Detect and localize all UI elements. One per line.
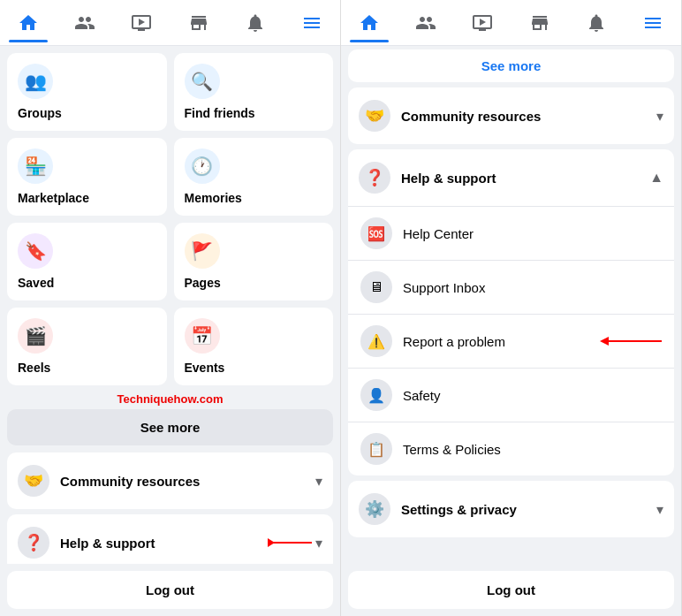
report-problem-icon: ⚠️ xyxy=(360,325,392,357)
help-center-item[interactable]: 🆘 Help Center xyxy=(348,206,674,260)
saved-icon: 🔖 xyxy=(18,233,53,269)
right-community-label: Community resources xyxy=(401,109,656,124)
marketplace-label: Marketplace xyxy=(18,191,89,205)
groups-icon: 👥 xyxy=(18,64,53,99)
help-icon: ❓ xyxy=(18,527,49,559)
terms-icon: 📋 xyxy=(360,433,392,465)
grid-item-marketplace[interactable]: 🏪 Marketplace xyxy=(7,138,167,216)
community-label: Community resources xyxy=(60,474,315,489)
log-out-button[interactable]: Log out xyxy=(7,571,333,609)
report-problem-label: Report a problem xyxy=(403,334,593,349)
right-settings-row[interactable]: ⚙️ Settings & privacy ▾ xyxy=(348,481,674,537)
safety-item[interactable]: 👤 Safety xyxy=(348,368,674,422)
right-help-label: Help & support xyxy=(401,171,649,186)
svg-marker-1 xyxy=(600,337,609,346)
pages-icon: 🚩 xyxy=(185,233,220,269)
reels-icon: 🎬 xyxy=(18,318,53,354)
grid-item-events[interactable]: 📅 Events xyxy=(174,308,334,385)
safety-label: Safety xyxy=(403,388,662,403)
help-center-icon: 🆘 xyxy=(360,217,392,249)
grid-item-memories[interactable]: 🕐 Memories xyxy=(174,138,334,216)
log-out-section: Log out xyxy=(0,564,340,616)
memories-icon: 🕐 xyxy=(185,148,220,184)
memories-label: Memories xyxy=(185,191,242,205)
left-panel-content: 👥 Groups 🔍 Find friends 🏪 Marketplace 🕐 … xyxy=(0,46,340,564)
right-nav-people[interactable] xyxy=(406,4,445,42)
grid-item-groups[interactable]: 👥 Groups xyxy=(7,53,167,131)
right-nav-store[interactable] xyxy=(520,4,559,42)
right-settings-label: Settings & privacy xyxy=(401,502,656,517)
right-help-icon: ❓ xyxy=(359,162,390,194)
terms-item[interactable]: 📋 Terms & Policies xyxy=(348,422,674,475)
help-arrow-annotation xyxy=(268,542,312,544)
find-friends-label: Find friends xyxy=(185,106,255,120)
right-panel-content: See more 🤝 Community resources ▾ ❓ Help … xyxy=(341,46,681,564)
nav-store[interactable] xyxy=(179,4,218,42)
right-community-arrow: ▾ xyxy=(656,108,663,125)
help-chevron: ▾ xyxy=(315,535,322,551)
report-arrow-annotation xyxy=(600,334,662,348)
nav-people[interactable] xyxy=(65,4,104,42)
nav-bell[interactable] xyxy=(236,4,275,42)
grid-item-reels[interactable]: 🎬 Reels xyxy=(7,308,167,385)
right-settings-arrow: ▾ xyxy=(656,501,663,518)
community-resources-row[interactable]: 🤝 Community resources ▾ xyxy=(7,452,333,509)
events-label: Events xyxy=(185,361,225,375)
left-nav-bar xyxy=(0,0,340,46)
nav-home[interactable] xyxy=(9,4,48,42)
watermark: Techniquehow.com xyxy=(7,392,333,406)
right-nav-video[interactable] xyxy=(463,4,502,42)
right-community-row[interactable]: 🤝 Community resources ▾ xyxy=(348,87,674,144)
right-settings-icon: ⚙️ xyxy=(359,493,390,525)
safety-icon: 👤 xyxy=(360,379,392,411)
right-nav-bell[interactable] xyxy=(577,4,616,42)
terms-label: Terms & Policies xyxy=(403,442,662,457)
find-friends-icon: 🔍 xyxy=(185,64,220,99)
support-inbox-icon: 🖥 xyxy=(360,271,392,303)
right-panel: See more 🤝 Community resources ▾ ❓ Help … xyxy=(341,0,682,616)
right-see-more-partial[interactable]: See more xyxy=(348,49,674,82)
support-inbox-label: Support Inbox xyxy=(403,280,662,295)
right-community-icon: 🤝 xyxy=(359,100,390,132)
community-icon: 🤝 xyxy=(18,465,49,497)
nav-menu[interactable] xyxy=(292,4,331,42)
events-icon: 📅 xyxy=(185,318,220,354)
marketplace-icon: 🏪 xyxy=(18,148,53,184)
see-more-button[interactable]: See more xyxy=(7,409,333,445)
saved-label: Saved xyxy=(18,276,54,290)
reels-label: Reels xyxy=(18,361,50,375)
groups-label: Groups xyxy=(18,106,62,120)
right-help-arrow: ▲ xyxy=(649,170,663,186)
right-nav-home[interactable] xyxy=(350,4,389,42)
nav-video[interactable] xyxy=(122,4,161,42)
right-nav-bar xyxy=(341,0,681,46)
right-help-row[interactable]: ❓ Help & support ▲ xyxy=(348,149,674,206)
left-grid: 👥 Groups 🔍 Find friends 🏪 Marketplace 🕐 … xyxy=(7,53,333,385)
support-inbox-item[interactable]: 🖥 Support Inbox xyxy=(348,260,674,314)
left-panel: 👥 Groups 🔍 Find friends 🏪 Marketplace 🕐 … xyxy=(0,0,341,616)
help-center-label: Help Center xyxy=(403,226,662,241)
grid-item-pages[interactable]: 🚩 Pages xyxy=(174,223,334,300)
grid-item-find-friends[interactable]: 🔍 Find friends xyxy=(174,53,334,131)
pages-label: Pages xyxy=(185,276,221,290)
right-nav-menu[interactable] xyxy=(633,4,672,42)
right-log-out-button[interactable]: Log out xyxy=(348,571,674,609)
help-sub-items: 🆘 Help Center 🖥 Support Inbox ⚠️ Report … xyxy=(348,206,674,475)
help-label: Help & support xyxy=(60,536,268,551)
help-support-row[interactable]: ❓ Help & support ▾ xyxy=(7,514,333,564)
grid-item-saved[interactable]: 🔖 Saved xyxy=(7,223,167,300)
right-log-out-section: Log out xyxy=(341,564,681,616)
report-problem-item[interactable]: ⚠️ Report a problem xyxy=(348,314,674,368)
community-arrow: ▾ xyxy=(315,473,322,490)
